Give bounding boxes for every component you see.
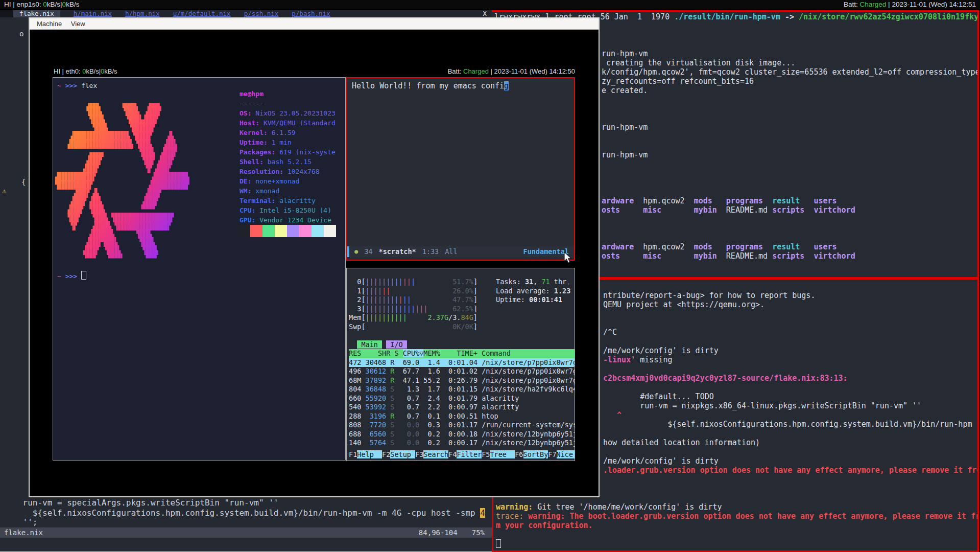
neofetch-line: Host: KVM/QEMU (Standard [240,118,336,128]
qemu-window[interactable]: Machine View HI | eth0: 0kB/s|0kB/s Batt… [29,17,600,497]
terminal-line: 288 3196 R 0.7 0.1 0:00.51 htop [349,412,575,421]
terminal-line: 804 36848 S 1.3 1.7 0:01.15 /nix/store/h… [349,385,575,394]
terminal-line [493,539,977,548]
vm-terminal[interactable]: ~ >>> flex ▗▄▄▄ ▗▄▄▄▄ ▄▄▄▖ ▜███▙ ▜███▙ ▟… [53,77,346,461]
code-fragment: { [21,178,26,186]
neofetch-line: DE: none+xmonad [240,176,336,186]
vm-status-bar: HI | eth0: 0kB/s|0kB/s Batt: Charged | 2… [30,67,599,76]
scroll-percent: 75% [472,527,485,538]
editor-status-bar: flake.nix 84,96-104 75% [0,527,492,538]
neofetch-line: Resolution: 1024x768 [240,167,336,176]
terminal-line: 808 7720 S 0.0 0.3 0:01.17 /run/current-… [349,421,575,430]
terminal-line: 140 5764 S 0.0 0.2 0:00.17 /nix/store/12… [349,439,575,448]
terminal-line: F1Help F2Setup F3SearchF4FilterF5Tree F6… [349,450,575,459]
vm-screen[interactable]: HI | eth0: 0kB/s|0kB/s Batt: Charged | 2… [30,30,599,496]
menu-item-view[interactable]: View [71,18,85,29]
terminal-line: warning: Git tree '/home/me/work/config'… [493,502,977,512]
terminal-line [493,530,977,539]
tab-item[interactable]: p/ssh.nix [244,10,279,17]
code-fragment: o [19,30,23,38]
code-fragment: ⚠ [2,187,6,195]
tab-bar[interactable]: flake.nixh/main.nixh/hpm.nixu/m/default.… [0,10,492,17]
text-cursor [496,539,501,548]
palette-swatch [262,225,275,237]
terminal-line: RES SHR S CPU%▽MEM% TIME+ Command [349,349,575,358]
neofetch-line: Terminal: alacritty [240,196,336,205]
menu-item-machine[interactable]: Machine [37,18,62,29]
terminal-line: 496 30612 R 67.7 1.6 0:01.02 /nix/store/… [349,367,575,376]
terminal-line: 68M 37892 R 47.1 55.2 0:26.79 /nix/store… [349,376,575,385]
tab-item[interactable]: h/main.nix [74,10,112,17]
mouse-cursor-icon [564,251,573,265]
terminal-line: Load average: 1.23 0.44 0 [496,287,575,296]
terminal-line: Batt: Charged | 2023-11-01 (Wed) 14:12:5… [448,67,575,76]
cursor-position: 84,96-104 [419,527,458,538]
network-status: HI | enp1s0: 0kB/s|0kB/s [4,0,79,9]
terminal-line: HI | enp1s0: 0kB/s|0kB/s [4,0,79,9]
neofetch-line: Kernel: 6.1.59 [240,128,336,137]
tab-item[interactable]: p/bash.nix [292,10,330,17]
neofetch-line: Shell: bash 5.2.15 [240,157,336,167]
neofetch-line: ------ [240,99,336,108]
modeline-buffer-name: *scratch* [379,246,416,257]
terminal-line: ~ >>> [57,271,86,281]
tab-items[interactable]: h/main.nixh/hpm.nixu/m/default.nixp/ssh.… [60,10,330,17]
emacs-buffer-text: Hello World!! from my emacs config [352,81,509,90]
terminal-line: Main I/O [349,340,575,350]
host-status-bar: HI | enp1s0: 0kB/s|0kB/s Batt: Charged |… [0,0,980,9]
emacs-modeline: ● 34 *scratch* 1:33 All Fundamental [347,246,574,257]
nixos-logo: ▗▄▄▄ ▗▄▄▄▄ ▄▄▄▖ ▜███▙ ▜███▙ ▟███▛ ▜███▙ … [55,99,189,263]
editor-line: run-vm = specialArgs.pkgs.writeScriptBin… [3,498,278,508]
terminal-line: Hello World!! from my emacs config [352,81,509,90]
htop-fkey-bar[interactable]: F1Help F2Setup F3SearchF4FilterF5Tree F6… [349,450,575,459]
editor-line: ''; [3,517,37,527]
tab-active[interactable]: flake.nix [13,10,60,17]
htop-pane[interactable]: 0[|||||||||||| 51.7%] 1[|||||| 26.0%] 2[… [346,268,575,461]
terminal-line: Batt: Charged | 2023-11-01 (Wed) 14:12:5… [844,0,976,9]
terminal-line: Mem[|||||||||| 2.37G/3.84G] [349,313,575,323]
terminal-line: 660 55920 S 0.7 2.4 0:01.79 alacritty [349,394,575,403]
neofetch-line: CPU: Intel i5-8250U (4) [240,205,336,215]
close-icon[interactable]: X [483,10,487,17]
neofetch-line: GPU: Vendor 1234 Device [240,215,336,225]
modeline-major-mode: Fundamental [523,246,569,257]
text-cursor [81,271,86,280]
emacs-pane[interactable]: Hello World!! from my emacs config ● 34 … [346,77,575,261]
palette-swatch [312,225,324,237]
editor-line: ${self.nixosConfigurations.hpm.config.sy… [3,508,485,518]
terminal-line: Swp[ 0K/0K] [349,323,575,332]
modeline-accent-bar [347,246,349,257]
terminal-line: 688 6560 S 0.0 0.2 0:00.18 /nix/store/12… [349,430,575,439]
palette-swatch [238,225,250,237]
modeline-scroll: All [445,246,457,257]
shell-prompt: ~ >>> [57,271,86,281]
terminal-line: trace: warning: The boot.loader.grub.ver… [493,512,977,521]
qemu-menu-bar[interactable]: Machine View [30,18,599,30]
palette-swatch [250,225,262,237]
palette-swatch [287,225,299,237]
terminal-line: Uptime: 00:01:41 [496,295,575,305]
terminal-line: ~ >>> flex [57,81,97,90]
palette-swatch [324,225,336,237]
terminal-line: 472 30468 R 69.0 1.4 0:01.04 /nix/store/… [349,358,575,367]
terminal-line: m your configuration. [493,521,977,530]
neofetch-line: Uptime: 1 min [240,137,336,147]
neofetch-info: me@hpm------OS: NixOS 23.05.20231023Host… [240,89,336,235]
neofetch-line: me@hpm [240,89,336,99]
tab-item[interactable]: u/m/default.nix [173,10,231,17]
neofetch-line: Packages: 619 (nix-syste [240,147,336,157]
terminal-line: 3[||||||||||||||| 62.5%] [349,305,575,314]
tab-item[interactable]: h/hpm.nix [125,10,160,17]
tab-bar-lead [0,10,13,17]
battery-clock-status: Batt: Charged | 2023-11-01 (Wed) 14:12:5… [844,0,976,9]
modeline-cursor-pos: 1:33 [422,246,439,257]
vm-network-status: HI | eth0: 0kB/s|0kB/s [54,67,117,76]
neofetch-line: OS: NixOS 23.05.20231023 [240,108,336,118]
tasks-summary: Tasks: 31, 71 thr, 82 kthLoad average: 1… [496,278,575,305]
buffer-state-icon: ● [354,246,358,257]
shell-prompt: ~ >>> flex [57,81,97,90]
terminal-line [349,331,575,340]
file-name: flake.nix [4,527,43,538]
neofetch-line: WM: xmonad [240,186,336,196]
vm-battery-clock-status: Batt: Charged | 2023-11-01 (Wed) 14:12:5… [448,67,575,76]
